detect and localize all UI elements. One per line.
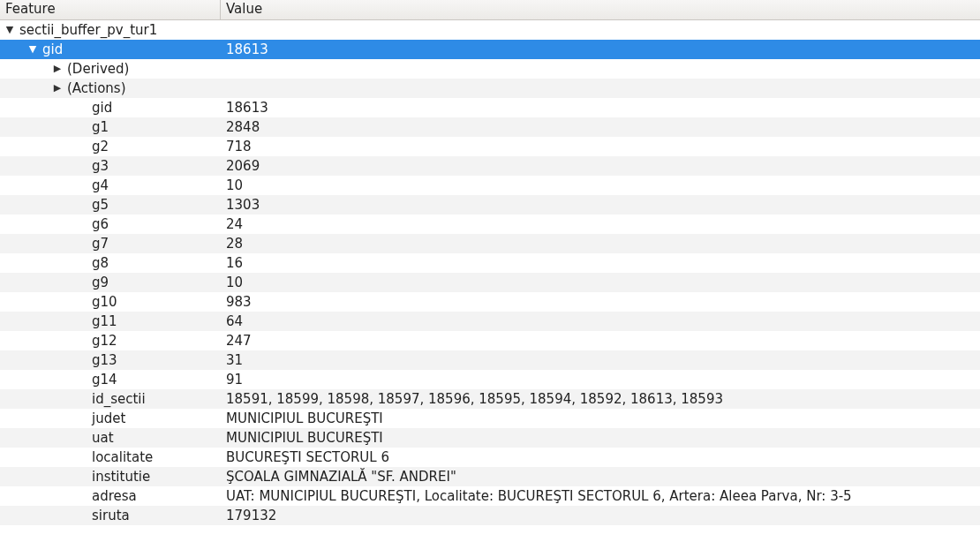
- chevron-right-icon[interactable]: ▶: [51, 59, 64, 79]
- attr-row[interactable]: •g12 247: [0, 331, 980, 350]
- group-label: (Derived): [67, 59, 129, 79]
- attr-row[interactable]: •uat MUNICIPIUL BUCUREŞTI: [0, 428, 980, 448]
- attr-value: 91: [221, 370, 980, 389]
- attr-row[interactable]: •g2 718: [0, 137, 980, 156]
- attr-key: g3: [92, 156, 109, 176]
- chevron-down-icon[interactable]: ▼: [4, 20, 16, 40]
- attr-value: 10: [221, 176, 980, 195]
- attr-value: 2848: [221, 117, 980, 137]
- attr-key: g8: [92, 253, 109, 273]
- attr-row[interactable]: •siruta 179132: [0, 506, 980, 525]
- tree-layer-item[interactable]: ▼ sectii_buffer_pv_tur1: [0, 20, 980, 40]
- attr-value: BUCUREŞTI SECTORUL 6: [221, 448, 980, 467]
- attr-value: 179132: [221, 506, 980, 525]
- chevron-right-icon[interactable]: ▶: [51, 79, 64, 98]
- attr-row[interactable]: •judet MUNICIPIUL BUCUREŞTI: [0, 409, 980, 428]
- attr-value: 64: [221, 312, 980, 331]
- attr-key: g10: [92, 292, 117, 312]
- attr-key: siruta: [92, 506, 130, 525]
- attr-key: institutie: [92, 467, 150, 486]
- attr-value: ŞCOALA GIMNAZIALĂ "SF. ANDREI": [221, 467, 980, 486]
- attr-row[interactable]: •g11 64: [0, 312, 980, 331]
- tree-group-actions[interactable]: ▶ (Actions): [0, 79, 980, 98]
- column-header-row: Feature Value: [0, 0, 980, 20]
- attr-row[interactable]: •g6 24: [0, 215, 980, 234]
- identify-results-panel: Feature Value ▼ sectii_buffer_pv_tur1 ▼ …: [0, 0, 980, 525]
- column-header-value-label: Value: [226, 1, 262, 17]
- attr-value: 18591, 18599, 18598, 18597, 18596, 18595…: [221, 389, 980, 409]
- attr-value: 10: [221, 273, 980, 292]
- attr-key: g6: [92, 215, 109, 234]
- attr-key: adresa: [92, 486, 137, 506]
- attr-value: 18613: [221, 98, 980, 117]
- attr-value: 983: [221, 292, 980, 312]
- attr-row[interactable]: •adresa UAT: MUNICIPIUL BUCUREŞTI, Local…: [0, 486, 980, 506]
- attr-value: 28: [221, 234, 980, 253]
- attr-row[interactable]: •gid 18613: [0, 98, 980, 117]
- attr-key: g9: [92, 273, 109, 292]
- attr-value: 718: [221, 137, 980, 156]
- layer-name: sectii_buffer_pv_tur1: [19, 20, 157, 40]
- column-header-feature[interactable]: Feature: [0, 0, 221, 19]
- attr-row[interactable]: •g5 1303: [0, 195, 980, 215]
- attr-key: g4: [92, 176, 109, 195]
- attr-value: 31: [221, 350, 980, 370]
- attr-key: uat: [92, 428, 114, 448]
- attr-value: MUNICIPIUL BUCUREŞTI: [221, 409, 980, 428]
- attr-key: g12: [92, 331, 117, 350]
- column-header-value[interactable]: Value: [221, 0, 980, 19]
- attr-row[interactable]: •localitate BUCUREŞTI SECTORUL 6: [0, 448, 980, 467]
- attr-key: judet: [92, 409, 125, 428]
- attr-value: 247: [221, 331, 980, 350]
- attr-key: id_sectii: [92, 389, 146, 409]
- attr-key: g5: [92, 195, 109, 215]
- attr-value: 1303: [221, 195, 980, 215]
- attr-key: localitate: [92, 448, 153, 467]
- attr-key: g2: [92, 137, 109, 156]
- attr-row[interactable]: •g14 91: [0, 370, 980, 389]
- feature-key: gid: [42, 40, 63, 59]
- attr-row[interactable]: •g9 10: [0, 273, 980, 292]
- attr-row[interactable]: •g8 16: [0, 253, 980, 273]
- attr-key: g13: [92, 350, 117, 370]
- results-tree: ▼ sectii_buffer_pv_tur1 ▼ gid 18613 ▶ (D…: [0, 20, 980, 525]
- attr-value: MUNICIPIUL BUCUREŞTI: [221, 428, 980, 448]
- attr-row[interactable]: •g4 10: [0, 176, 980, 195]
- attr-row[interactable]: •institutie ŞCOALA GIMNAZIALĂ "SF. ANDRE…: [0, 467, 980, 486]
- attr-value: 24: [221, 215, 980, 234]
- attr-value: 16: [221, 253, 980, 273]
- attr-row[interactable]: •g10 983: [0, 292, 980, 312]
- attr-row[interactable]: •g7 28: [0, 234, 980, 253]
- attr-key: gid: [92, 98, 112, 117]
- column-header-feature-label: Feature: [5, 1, 56, 17]
- attr-value: UAT: MUNICIPIUL BUCUREŞTI, Localitate: B…: [221, 486, 980, 506]
- attr-key: g11: [92, 312, 117, 331]
- attr-value: 2069: [221, 156, 980, 176]
- group-label: (Actions): [67, 79, 126, 98]
- attr-row[interactable]: •g13 31: [0, 350, 980, 370]
- tree-group-derived[interactable]: ▶ (Derived): [0, 59, 980, 79]
- attr-row[interactable]: •g1 2848: [0, 117, 980, 137]
- attr-row[interactable]: •id_sectii 18591, 18599, 18598, 18597, 1…: [0, 389, 980, 409]
- attr-key: g14: [92, 370, 117, 389]
- feature-value: 18613: [221, 40, 980, 59]
- attr-key: g1: [92, 117, 109, 137]
- attr-key: g7: [92, 234, 109, 253]
- tree-feature-item[interactable]: ▼ gid 18613: [0, 40, 980, 59]
- attr-row[interactable]: •g3 2069: [0, 156, 980, 176]
